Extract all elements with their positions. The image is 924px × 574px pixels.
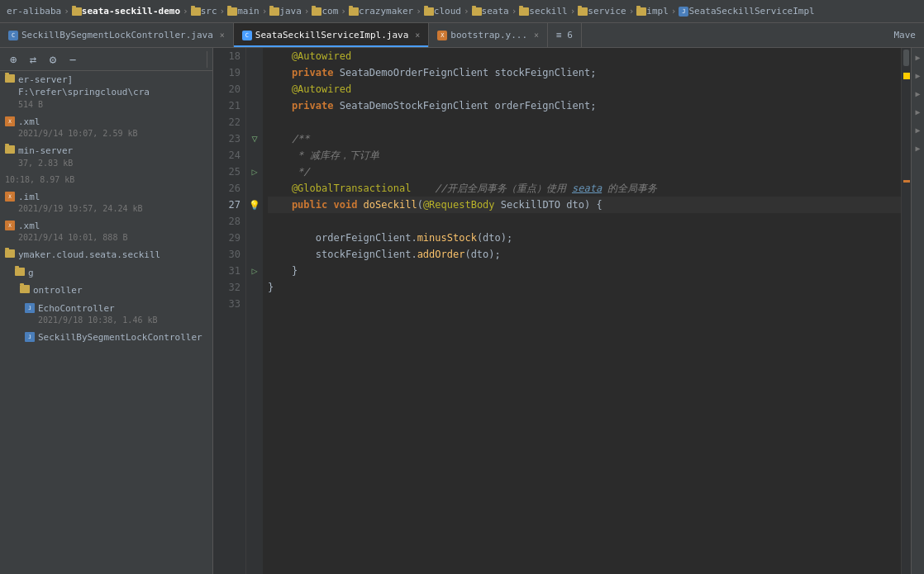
right-panel-btn-4[interactable]: ▶	[912, 107, 924, 119]
java-icon-seckill-ctrl: J	[25, 332, 35, 342]
breadcrumb-main[interactable]: main	[237, 6, 260, 17]
line-num-32: 32	[218, 279, 241, 296]
gutter-31: ▷	[246, 263, 263, 279]
sidebar-arrows-btn[interactable]: ⇄	[25, 51, 41, 68]
code-line-27: public void doSeckill ( @RequestBody Sec…	[268, 197, 901, 213]
sidebar-item-seckill-ctrl[interactable]: J SeckillBySegmentLockController	[0, 329, 212, 346]
folder-icon-server	[5, 74, 15, 83]
sidebar-item-xml1[interactable]: X .xml 2021/9/14 10:07, 2.59 kB	[0, 113, 212, 142]
right-panel: ▶ ▶ ▶ ▶ ▶ ▶	[911, 48, 924, 574]
sidebar-item-controller[interactable]: ontroller	[0, 282, 212, 299]
sidebar-item-package[interactable]: ymaker.cloud.seata.seckill	[0, 246, 212, 263]
code-line-22	[268, 114, 901, 130]
code-line-18: @Autowired	[268, 48, 901, 64]
tab-close-3[interactable]: ×	[534, 31, 539, 40]
line-num-20: 20	[218, 81, 241, 97]
tab-xml-icon-3: X	[437, 31, 447, 40]
sidebar-globe-btn[interactable]: ⊕	[5, 51, 21, 68]
breadcrumb-crazymaker[interactable]: crazymaker	[359, 6, 413, 17]
sidebar-iml-meta: 2021/9/19 19:57, 24.24 kB	[18, 203, 207, 215]
right-panel-btn-1[interactable]: ▶	[912, 53, 924, 64]
breadcrumb-file[interactable]: SeataSeckillServiceImpl	[688, 6, 814, 17]
gutter: ▽ ▷ 💡 ▷	[246, 48, 263, 574]
tab-more[interactable]: ≡ 6	[548, 23, 582, 47]
sidebar-xml1-meta: 2021/9/14 10:07, 2.59 kB	[18, 128, 207, 140]
line-num-27: 27	[218, 197, 241, 213]
code-line-21: private SeataDemoStockFeignClient orderF…	[268, 97, 901, 114]
vertical-scrollbar[interactable]	[901, 48, 911, 574]
gutter-29	[246, 230, 263, 246]
tab-seata-seckill-service[interactable]: C SeataSeckillServiceImpl.java ×	[234, 23, 429, 47]
tab-bar: C SeckillBySegmentLockController.java × …	[0, 23, 924, 48]
breadcrumb-com[interactable]: com	[321, 6, 338, 17]
line-numbers: 18 19 20 21 22 23 24 25 26 27 28 29 30 3…	[213, 48, 246, 574]
sidebar-item-iml[interactable]: X .iml 2021/9/19 19:57, 24.24 kB	[0, 188, 212, 217]
breadcrumb-cloud[interactable]: cloud	[434, 6, 461, 17]
folder-icon-package	[5, 249, 15, 258]
code-line-20: @Autowired	[268, 81, 901, 97]
code-line-33	[268, 296, 901, 312]
line-num-19: 19	[218, 64, 241, 81]
sidebar-list: er-server] F:\refer\springcloud\cra 514 …	[0, 71, 212, 574]
scrollbar-thumb[interactable]	[903, 50, 909, 66]
code-line-25: */	[268, 164, 901, 180]
tab-java-icon-1: C	[8, 31, 18, 40]
sidebar-xml2-meta: 2021/9/14 10:01, 888 B	[18, 232, 207, 244]
sidebar-controller-name: ontroller	[33, 284, 207, 296]
sidebar-item-size1[interactable]: 10:18, 8.97 kB	[0, 172, 212, 188]
sidebar-item-xml2[interactable]: X .xml 2021/9/14 10:01, 888 B	[0, 217, 212, 246]
tab-seckill-controller[interactable]: C SeckillBySegmentLockController.java ×	[0, 23, 234, 47]
breadcrumb-seckill[interactable]: seckill	[529, 6, 567, 17]
java-icon-echo: J	[25, 303, 35, 313]
sidebar-seckill-ctrl-name: SeckillBySegmentLockController	[38, 331, 207, 344]
tab-more-label: ≡ 6	[556, 30, 573, 40]
folder-icon-min	[5, 145, 15, 154]
sidebar-item-g[interactable]: g	[0, 264, 212, 282]
folder-icon-com	[312, 7, 321, 16]
line-num-21: 21	[218, 97, 241, 114]
gutter-18	[246, 48, 263, 64]
tab-java-icon-2: C	[242, 31, 252, 40]
line-num-30: 30	[218, 246, 241, 263]
sidebar-item-echo[interactable]: J EchoController 2021/9/18 10:38, 1.46 k…	[0, 300, 212, 329]
line-num-28: 28	[218, 213, 241, 230]
breadcrumb-service[interactable]: service	[588, 6, 626, 17]
sidebar-toolbar: ⊕ ⇄ ⚙ −	[0, 48, 212, 71]
right-panel-btn-3[interactable]: ▶	[912, 89, 924, 101]
folder-icon-service	[578, 7, 588, 16]
right-panel-btn-2[interactable]: ▶	[912, 71, 924, 83]
breadcrumb-impl[interactable]: impl	[646, 6, 669, 17]
breadcrumb-seata[interactable]: seata	[482, 6, 509, 17]
right-panel-btn-6[interactable]: ▶	[912, 144, 924, 155]
right-panel-btn-5[interactable]: ▶	[912, 126, 924, 137]
sidebar-echo-name: EchoController	[38, 302, 207, 315]
tab-close-2[interactable]: ×	[415, 31, 420, 40]
breadcrumb-java[interactable]: java	[279, 6, 302, 17]
sidebar-item-min-server[interactable]: min-server 37, 2.83 kB	[0, 142, 212, 171]
sidebar-item-server[interactable]: er-server] F:\refer\springcloud\cra 514 …	[0, 71, 212, 113]
gutter-25: ▷	[246, 164, 263, 180]
sidebar-minus-btn[interactable]: −	[64, 51, 81, 68]
line-num-24: 24	[218, 147, 241, 164]
tab-bootstrap-xml[interactable]: X bootstrap.y... ×	[429, 23, 548, 47]
tab-label-1: SeckillBySegmentLockController.java	[21, 30, 213, 40]
code-editor[interactable]: 18 19 20 21 22 23 24 25 26 27 28 29 30 3…	[213, 48, 901, 574]
gutter-27: 💡	[246, 197, 263, 213]
sidebar-size1-name: 10:18, 8.97 kB	[5, 174, 207, 186]
breadcrumb-src[interactable]: src	[201, 6, 217, 17]
code-content[interactable]: @Autowired private SeataDemoOrderFeignCl…	[263, 48, 901, 574]
gutter-19	[246, 64, 263, 81]
sidebar-iml-name: .iml	[18, 191, 207, 203]
gutter-32	[246, 279, 263, 296]
folder-icon-cloud	[424, 7, 434, 16]
warning-icon-27[interactable]: 💡	[249, 200, 260, 211]
breadcrumb-er-alibaba[interactable]: er-alibaba	[7, 6, 61, 17]
sidebar-settings-btn[interactable]: ⚙	[45, 51, 61, 68]
breadcrumb-seata-seckill-demo[interactable]: seata-seckill-demo	[82, 6, 180, 17]
sidebar-package-name: ymaker.cloud.seata.seckill	[18, 249, 207, 261]
line-num-25: 25	[218, 164, 241, 180]
line-num-29: 29	[218, 230, 241, 246]
tab-close-1[interactable]: ×	[220, 31, 225, 40]
folder-icon-java	[269, 7, 279, 16]
code-line-19: private SeataDemoOrderFeignClient stockF…	[268, 64, 901, 81]
